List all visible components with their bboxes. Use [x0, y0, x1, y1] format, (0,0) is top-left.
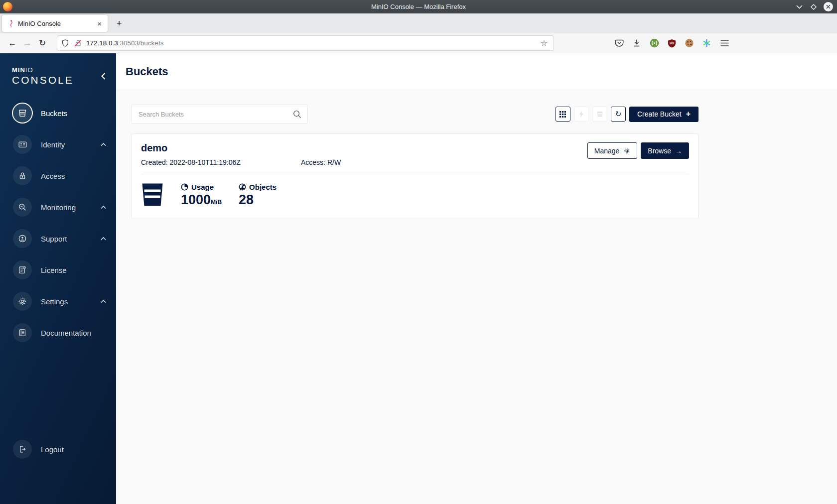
browse-label: Browse: [648, 147, 671, 155]
chevron-up-icon[interactable]: [101, 300, 106, 303]
url-text[interactable]: 172.18.0.3:30503/buckets: [86, 39, 539, 47]
manage-button[interactable]: Manage: [587, 142, 638, 159]
sidebar: MINIO CONSOLE Buckets: [0, 53, 116, 504]
bucket-toolbar: ↻ Create Bucket +: [556, 107, 698, 122]
minio-logo: MINIO CONSOLE: [0, 53, 116, 86]
sidebar-item-license[interactable]: License: [0, 259, 116, 281]
sidebar-item-buckets[interactable]: Buckets: [0, 102, 116, 124]
reload-button[interactable]: ↻: [35, 36, 50, 51]
sidebar-item-access[interactable]: Access: [0, 165, 116, 187]
logo-min: MIN: [12, 66, 25, 74]
bucket-created: Created: 2022-08-10T11:19:06Z: [141, 158, 301, 166]
usage-value: 1000: [181, 192, 211, 207]
sidebar-item-identity[interactable]: Identity: [0, 133, 116, 155]
extension-green-icon[interactable]: [649, 38, 660, 49]
manage-label: Manage: [594, 147, 620, 155]
sidebar-item-support[interactable]: Support: [0, 228, 116, 250]
sidebar-item-label: Documentation: [41, 329, 91, 337]
downloads-icon[interactable]: [631, 38, 642, 49]
sidebar-item-documentation[interactable]: Documentation: [0, 322, 116, 344]
card-divider: [141, 174, 689, 174]
id-card-icon: [17, 139, 28, 149]
sidebar-item-settings[interactable]: Settings: [0, 290, 116, 312]
replication-button: [574, 107, 589, 122]
arrow-right-icon: →: [675, 147, 682, 155]
search-box[interactable]: [131, 105, 308, 124]
bucket-large-icon: [141, 183, 164, 207]
chevron-left-icon: [101, 73, 106, 80]
svg-text:uO: uO: [669, 41, 674, 45]
create-bucket-button[interactable]: Create Bucket +: [629, 107, 698, 122]
bolt-icon: [578, 111, 585, 118]
bucket-card[interactable]: demo Created: 2022-08-10T11:19:06Z Acces…: [131, 133, 698, 219]
objects-value: 28: [239, 193, 277, 207]
refresh-icon: ↻: [615, 110, 622, 119]
insecure-lock-icon[interactable]: [74, 39, 82, 47]
sidebar-item-label: Logout: [41, 445, 64, 454]
sidebar-collapse-button[interactable]: [98, 71, 108, 81]
sidebar-item-label: Monitoring: [41, 203, 76, 212]
usage-metric: Usage 1000MiB: [181, 183, 222, 207]
objects-label: Objects: [249, 183, 277, 191]
tab-title: MinIO Console: [18, 20, 95, 27]
lock-icon: [17, 171, 27, 181]
pie-chart-icon: [181, 183, 188, 191]
sidebar-item-monitoring[interactable]: Monitoring: [0, 196, 116, 218]
usage-label: Usage: [191, 183, 214, 191]
page-header: Buckets: [116, 53, 837, 90]
back-button[interactable]: ←: [5, 36, 20, 51]
grid-icon: [559, 111, 566, 118]
ublock-origin-icon[interactable]: uO: [666, 38, 677, 49]
titlebar: MinIO Console — Mozilla Firefox: [0, 0, 837, 13]
tab-minio-console[interactable]: MinIO Console ×: [2, 15, 108, 32]
search-icon: [293, 110, 301, 119]
url-host: 172.18.0.3: [86, 39, 118, 47]
bucket-icon: [17, 108, 27, 118]
logout-icon: [17, 444, 27, 454]
gear-icon: [17, 296, 27, 306]
objects-icon: [239, 183, 246, 191]
bucket-access: Access: R/W: [301, 158, 341, 166]
maximize-button[interactable]: [809, 2, 819, 12]
extension-asterisk-icon[interactable]: [701, 38, 712, 49]
chevron-up-icon[interactable]: [101, 206, 106, 209]
close-icon: [824, 2, 833, 11]
create-bucket-label: Create Bucket: [637, 110, 682, 118]
bucket-name[interactable]: demo: [141, 142, 587, 154]
sidebar-item-label: Identity: [41, 140, 65, 149]
objects-metric: Objects 28: [239, 183, 277, 207]
page-title: Buckets: [126, 65, 168, 78]
refresh-button[interactable]: ↻: [611, 107, 626, 122]
browser-window: MinIO Console — Mozilla Firefox MinIO C: [0, 0, 837, 504]
tab-bar: MinIO Console × +: [0, 13, 837, 33]
delete-bucket-button: [592, 107, 607, 122]
new-tab-button[interactable]: +: [112, 16, 127, 31]
bookmark-star-icon[interactable]: ☆: [539, 38, 550, 48]
search-input[interactable]: [139, 111, 293, 118]
forward-button: →: [20, 36, 35, 51]
sidebar-item-label: Settings: [41, 297, 68, 306]
browse-button[interactable]: Browse →: [641, 142, 689, 159]
license-icon: [17, 265, 27, 275]
shield-icon[interactable]: [61, 39, 69, 47]
chevron-up-icon[interactable]: [101, 237, 106, 241]
sidebar-item-label: Buckets: [41, 109, 67, 118]
actions-row: ↻ Create Bucket +: [131, 105, 698, 124]
usage-unit: MiB: [211, 199, 222, 206]
pocket-icon[interactable]: [614, 38, 625, 49]
sidebar-item-logout[interactable]: Logout: [0, 438, 116, 460]
minimize-button[interactable]: [794, 2, 804, 12]
sidebar-menu: Buckets Identity: [0, 102, 116, 344]
grid-view-button[interactable]: [556, 107, 570, 122]
menu-icon[interactable]: [719, 38, 730, 49]
gear-icon: [623, 147, 630, 154]
cookie-extension-icon[interactable]: [684, 38, 695, 49]
chevron-up-icon[interactable]: [101, 143, 106, 146]
url-bar[interactable]: 172.18.0.3:30503/buckets ☆: [57, 35, 554, 51]
navigation-toolbar: ← → ↻ 172.18.0.3:30503/buckets ☆: [0, 33, 837, 53]
tab-close-icon[interactable]: ×: [95, 19, 104, 28]
url-path: :30503/buckets: [118, 39, 164, 47]
main-panel: Buckets: [116, 53, 837, 504]
magnifier-icon: [17, 202, 27, 212]
close-button[interactable]: [823, 2, 833, 12]
